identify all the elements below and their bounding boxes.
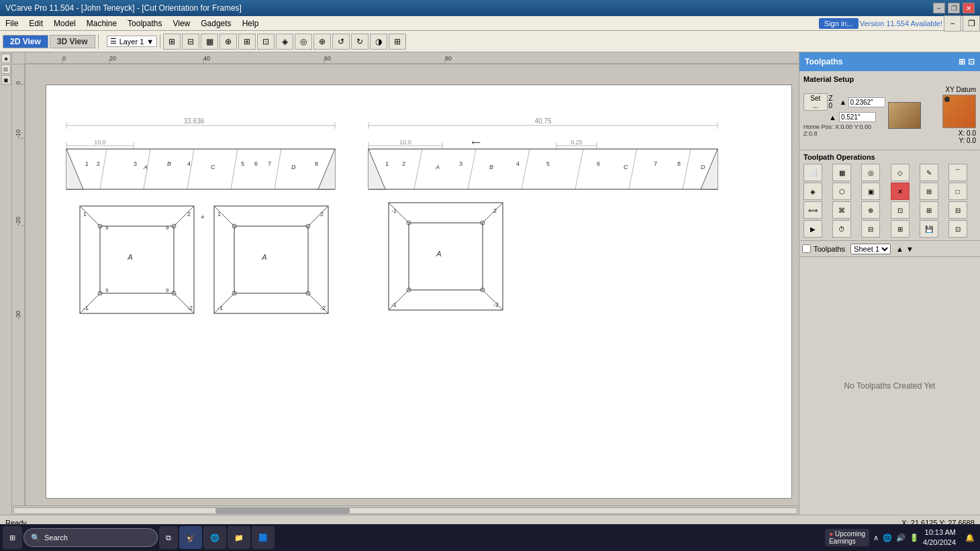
- redo-button[interactable]: ↻: [351, 34, 369, 50]
- op-sim2-button[interactable]: ⏱: [832, 220, 851, 238]
- measure-button[interactable]: ⊞: [389, 34, 406, 50]
- zoom-selection-button[interactable]: ⊡: [257, 34, 275, 50]
- op-path6-button[interactable]: ⊟: [948, 201, 967, 219]
- panel-icon-1[interactable]: ⊞: [959, 57, 965, 66]
- sheet-select[interactable]: Sheet 1: [850, 244, 891, 254]
- browser-icon: 🌐: [210, 534, 219, 542]
- menu-view[interactable]: View: [167, 17, 195, 30]
- svg-text:B: B: [489, 164, 493, 170]
- zoom-button[interactable]: ⊕: [219, 34, 237, 50]
- op-sim3-button[interactable]: ⊟: [861, 220, 880, 238]
- view-2d-button[interactable]: 2D View: [3, 35, 48, 48]
- svg-text:1: 1: [85, 160, 89, 167]
- zoom-fit-button[interactable]: ⊞: [238, 34, 256, 50]
- drawing-canvas[interactable]: 33.636 40.75 10.0: [46, 85, 792, 499]
- left-tool-1[interactable]: ◈: [1, 54, 11, 63]
- op-path5-button[interactable]: ⊞: [920, 201, 938, 219]
- vcarve-taskbar-button[interactable]: 🦅: [179, 526, 202, 549]
- op-drilling-button[interactable]: ◎: [861, 164, 880, 181]
- close-button[interactable]: ✕: [963, 3, 975, 13]
- panel-icon-2[interactable]: ⊡: [968, 57, 975, 66]
- op-pocket-button[interactable]: ▦: [832, 164, 851, 181]
- start-button[interactable]: ⊞: [3, 526, 22, 549]
- op-path1-button[interactable]: ⟺: [803, 201, 822, 219]
- view-3d-button[interactable]: 3D View: [50, 35, 95, 48]
- snap-button[interactable]: ⊟: [182, 34, 199, 50]
- set-button[interactable]: Set ...: [803, 93, 828, 111]
- scroll-thumb[interactable]: [215, 508, 350, 513]
- menu-file[interactable]: File: [0, 17, 23, 30]
- restore-app-button[interactable]: ❐: [963, 15, 980, 32]
- scroll-track[interactable]: [13, 507, 797, 514]
- op-inlay-button[interactable]: ◈: [803, 183, 822, 200]
- svg-text:1: 1: [217, 211, 221, 217]
- toolpath-operations-title: Toolpath Operations: [803, 153, 976, 161]
- taskbar-search[interactable]: 🔍 Search: [23, 528, 158, 547]
- task-view-button[interactable]: ⧉: [159, 526, 178, 549]
- move-up-icon[interactable]: ▲: [896, 245, 903, 253]
- op-export-button[interactable]: ⊡: [948, 220, 967, 238]
- svg-text:A: A: [435, 164, 440, 170]
- notification-bell-icon[interactable]: 🔔: [965, 534, 975, 542]
- op-save-button[interactable]: 💾: [920, 220, 938, 238]
- canvas-area[interactable]: 33.636 40.75 10.0: [26, 64, 799, 505]
- network-icon[interactable]: 🌐: [883, 534, 892, 542]
- menu-help[interactable]: Help: [237, 17, 264, 30]
- chevron-icon[interactable]: ∧: [873, 534, 879, 542]
- op-profile-button[interactable]: ⬜: [803, 164, 822, 181]
- op-path3-button[interactable]: ⊕: [861, 201, 880, 219]
- svg-text:20: 20: [109, 55, 116, 62]
- op-vcarve-button[interactable]: ◇: [891, 164, 910, 181]
- zoom-3d-button[interactable]: ◈: [276, 34, 293, 50]
- move-down-icon[interactable]: ▼: [906, 245, 914, 253]
- svg-rect-112: [409, 223, 483, 290]
- minimize-app-button[interactable]: −: [944, 15, 961, 32]
- minimize-button[interactable]: −: [933, 3, 945, 13]
- left-tool-3[interactable]: ▣: [1, 75, 11, 85]
- battery-icon[interactable]: 🔋: [910, 534, 919, 542]
- upcoming-earnings-notification[interactable]: ● Upcoming Earnings: [825, 529, 869, 546]
- op-blank-button[interactable]: □: [948, 183, 967, 200]
- z-value-input[interactable]: [848, 97, 885, 107]
- svg-rect-77: [100, 226, 174, 293]
- restore-button[interactable]: ❐: [948, 3, 960, 13]
- word-icon: 🟦: [258, 534, 268, 542]
- op-fluting-button[interactable]: ✕: [891, 183, 910, 200]
- snap-nodes-button[interactable]: ◎: [295, 34, 312, 50]
- menu-gadgets[interactable]: Gadgets: [195, 17, 236, 30]
- snap-grid-button[interactable]: ⊞: [163, 34, 181, 50]
- menu-edit[interactable]: Edit: [23, 17, 48, 30]
- op-texture-button[interactable]: ▣: [861, 183, 880, 200]
- op-fillet-button[interactable]: ⌒: [948, 164, 967, 181]
- op-sim1-button[interactable]: ▶: [803, 220, 822, 238]
- grid-button[interactable]: ▦: [201, 34, 218, 50]
- browser-button[interactable]: 🌐: [203, 526, 226, 549]
- sign-in-button[interactable]: Sign in...: [819, 18, 859, 29]
- layer-dropdown[interactable]: ☰ Layer 1 ▼: [107, 36, 158, 47]
- menu-model[interactable]: Model: [48, 17, 81, 30]
- horizontal-scrollbar[interactable]: [12, 505, 799, 515]
- op-calc-button[interactable]: ⊞: [920, 183, 938, 200]
- op-path2-button[interactable]: ⌘: [832, 201, 851, 219]
- menu-toolpaths[interactable]: Toolpaths: [122, 17, 167, 30]
- menu-machine[interactable]: Machine: [81, 17, 122, 30]
- toolpaths-checkbox[interactable]: [802, 244, 811, 253]
- op-sim4-button[interactable]: ⊞: [891, 220, 910, 238]
- svg-text:-30: -30: [15, 311, 21, 319]
- render-button[interactable]: ◑: [370, 34, 387, 50]
- explorer-button[interactable]: 📁: [228, 526, 250, 549]
- op-engrave-button[interactable]: ✎: [920, 164, 938, 181]
- volume-icon[interactable]: 🔊: [896, 534, 905, 542]
- snap-lines-button[interactable]: ⊕: [313, 34, 331, 50]
- top-right-toolbar: Sign in... Version 11.554 Available! − ❐: [819, 15, 980, 32]
- left-tool-2[interactable]: ⊡: [1, 64, 11, 74]
- layer-icon: ☰: [110, 37, 117, 46]
- separator-1: [98, 34, 99, 49]
- op-3d-button[interactable]: ⬡: [832, 183, 851, 200]
- undo-button[interactable]: ↺: [332, 34, 350, 50]
- svg-text:3: 3: [459, 160, 462, 167]
- z2-value-input[interactable]: [839, 112, 876, 122]
- svg-text:1: 1: [385, 160, 389, 167]
- op-path4-button[interactable]: ⊡: [891, 201, 910, 219]
- word-button[interactable]: 🟦: [252, 526, 275, 549]
